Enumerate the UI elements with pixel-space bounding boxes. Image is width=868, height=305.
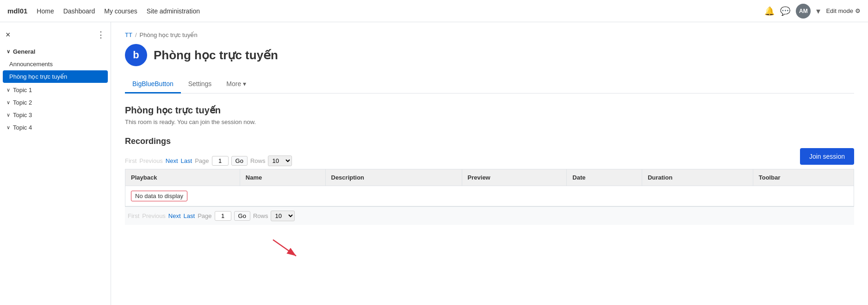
breadcrumb-parent[interactable]: TT	[125, 31, 132, 38]
bottom-previous-page-link[interactable]: Previous	[142, 212, 166, 219]
sidebar-topic-1[interactable]: ∨ Topic 1	[0, 84, 111, 96]
last-page-link[interactable]: Last	[181, 157, 192, 164]
table-header: Playback Name Description Preview Date D…	[125, 169, 854, 186]
bottom-page-label: Page	[198, 212, 211, 219]
pagination-bottom: First Previous Next Last Page Go Rows 10…	[125, 206, 854, 225]
sidebar-topics: ∨ Topic 1 ∨ Topic 2 ∨ Topic 3 ∨ Topic 4	[0, 84, 111, 134]
sidebar-topic-2[interactable]: ∨ Topic 2	[0, 96, 111, 109]
bottom-last-page-link[interactable]: Last	[184, 212, 195, 219]
bell-icon[interactable]: 🔔	[764, 6, 775, 16]
sidebar-actions: × ⋮	[0, 26, 111, 44]
sidebar-item-phong-hoc[interactable]: Phòng học trực tuyến	[3, 70, 108, 83]
sidebar-topic-3[interactable]: ∨ Topic 3	[0, 109, 111, 121]
page-icon: b	[125, 44, 147, 66]
brand-logo: mdl01	[7, 7, 27, 15]
col-preview: Preview	[462, 169, 567, 186]
bottom-rows-select[interactable]: 10 20 50 100	[271, 211, 295, 221]
join-session-button[interactable]: Join session	[800, 148, 854, 165]
table-body: No data to display	[125, 186, 854, 206]
main-content: TT / Phòng học trực tuyến b Phòng học tr…	[111, 22, 868, 305]
col-date: Date	[567, 169, 642, 186]
edit-mode-toggle-icon: ⚙	[855, 7, 861, 14]
nav-dashboard[interactable]: Dashboard	[63, 7, 95, 15]
col-playback: Playback	[125, 169, 240, 186]
nav-right: 🔔 💬 AM ▾ Edit mode ⚙	[764, 4, 861, 19]
arrow-annotation	[268, 235, 305, 264]
bottom-page-input[interactable]	[215, 211, 231, 221]
page-title: Phòng học trực tuyến	[154, 48, 278, 62]
sidebar-item-announcements[interactable]: Announcements	[0, 58, 111, 70]
table-row: No data to display	[125, 186, 854, 206]
sidebar-topic-4[interactable]: ∨ Topic 4	[0, 121, 111, 134]
bottom-first-page-link[interactable]: First	[128, 212, 139, 219]
sidebar-close-button[interactable]: ×	[6, 30, 11, 40]
top-navigation: mdl01 Home Dashboard My courses Site adm…	[0, 0, 868, 22]
room-description: This room is ready. You can join the ses…	[125, 118, 854, 125]
breadcrumb-current: Phòng học trực tuyến	[140, 31, 198, 38]
bottom-rows-label: Rows	[253, 212, 268, 219]
page-label: Page	[195, 157, 209, 164]
tab-more[interactable]: More ▾	[219, 75, 254, 93]
topic2-chevron-icon: ∨	[6, 100, 10, 106]
topic3-chevron-icon: ∨	[6, 112, 10, 118]
room-title: Phòng học trực tuyến	[125, 105, 854, 116]
first-page-link[interactable]: First	[125, 157, 136, 164]
no-data-cell: No data to display	[125, 186, 854, 206]
sidebar-general-title[interactable]: ∨ General	[0, 45, 111, 58]
col-toolbar: Toolbar	[753, 169, 854, 186]
tab-bigbluebutton[interactable]: BigBlueButton	[125, 75, 181, 93]
rows-select[interactable]: 10 20 50 100	[268, 156, 292, 166]
next-page-link[interactable]: Next	[166, 157, 178, 164]
bottom-go-button[interactable]: Go	[234, 211, 250, 221]
nav-left: mdl01 Home Dashboard My courses Site adm…	[7, 7, 200, 15]
avatar-chevron-icon[interactable]: ▾	[816, 6, 820, 16]
main-layout: × ⋮ ∨ General Announcements Phòng học tr…	[0, 22, 868, 305]
col-name: Name	[240, 169, 325, 186]
no-data-badge: No data to display	[131, 191, 187, 201]
user-avatar[interactable]: AM	[796, 4, 811, 19]
pagination-top: First Previous Next Last Page Go Rows 10…	[125, 153, 854, 169]
sidebar-general-section: ∨ General Announcements Phòng học trực t…	[0, 45, 111, 83]
chat-icon[interactable]: 💬	[780, 6, 790, 16]
col-description: Description	[325, 169, 462, 186]
page-input[interactable]	[212, 156, 229, 166]
svg-line-1	[273, 240, 296, 256]
recordings-table-wrapper: Playback Name Description Preview Date D…	[125, 169, 854, 206]
rows-label: Rows	[250, 157, 266, 164]
edit-mode-button[interactable]: Edit mode ⚙	[826, 7, 861, 14]
page-tabs: BigBlueButton Settings More ▾	[125, 75, 854, 93]
topic1-chevron-icon: ∨	[6, 87, 10, 93]
tab-settings[interactable]: Settings	[181, 75, 219, 93]
nav-site-admin[interactable]: Site administration	[147, 7, 200, 15]
page-header: b Phòng học trực tuyến	[125, 44, 854, 66]
col-duration: Duration	[642, 169, 753, 186]
bottom-next-page-link[interactable]: Next	[168, 212, 181, 219]
go-button[interactable]: Go	[231, 156, 248, 166]
topic4-chevron-icon: ∨	[6, 124, 10, 131]
sidebar: × ⋮ ∨ General Announcements Phòng học tr…	[0, 22, 111, 305]
recordings-table: Playback Name Description Preview Date D…	[125, 169, 854, 206]
nav-my-courses[interactable]: My courses	[104, 7, 137, 15]
previous-page-link[interactable]: Previous	[139, 157, 163, 164]
breadcrumb-separator: /	[135, 31, 137, 38]
general-chevron-icon: ∨	[6, 49, 10, 55]
nav-home[interactable]: Home	[37, 7, 54, 15]
recordings-title: Recordings	[125, 137, 854, 146]
sidebar-menu-button[interactable]: ⋮	[97, 30, 105, 40]
more-chevron-icon: ▾	[243, 80, 246, 87]
breadcrumb: TT / Phòng học trực tuyến	[125, 31, 854, 38]
